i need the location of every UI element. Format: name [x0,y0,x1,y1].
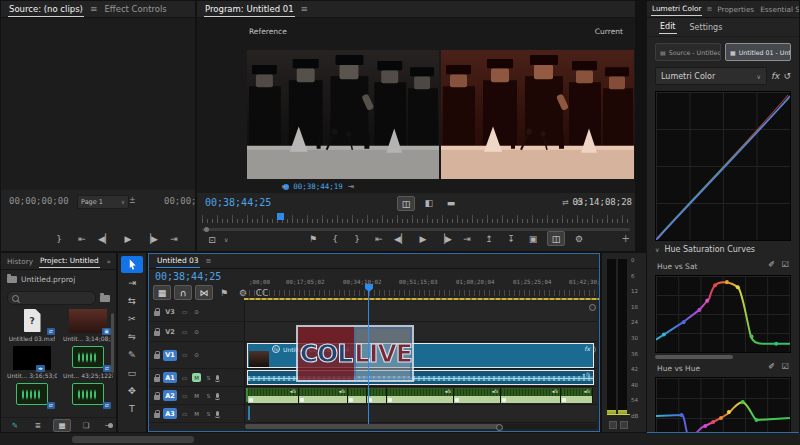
project-file-name[interactable]: Untitled.prproj [21,275,75,284]
reference-frame-video[interactable] [247,50,439,179]
track-lane-v3[interactable] [245,302,597,322]
solo-button[interactable]: S [204,409,213,418]
search-input[interactable] [7,291,96,305]
tab-properties[interactable]: Properties [716,3,755,16]
hue-saturation-curves-header[interactable]: Hue Saturation Curves [664,245,755,254]
program-mini-ruler[interactable] [202,215,630,223]
horizontal-split-view-button[interactable]: ▬ [443,196,459,209]
comparison-view-button[interactable]: ◫ [547,231,565,246]
current-frame-video[interactable] [441,50,634,179]
subtab-edit[interactable]: Edit [659,20,677,34]
go-to-in-button[interactable]: ⇤ [371,232,387,245]
track-select-forward-tool[interactable]: ⇥ [121,274,143,291]
mark-out-button[interactable]: } [51,232,67,245]
rgb-curves-plot[interactable] [655,91,791,241]
mute-button[interactable]: M [192,409,201,418]
play-button[interactable]: ▶ [415,232,431,245]
toggle-track-output-icon[interactable]: ⊙ [192,307,201,316]
pen-tool[interactable]: ✎ [121,346,143,363]
selection-tool[interactable] [121,256,143,273]
timeline-hscrollbar[interactable] [244,424,597,429]
track-label-v2[interactable]: V2 [163,326,177,337]
track-label-a3[interactable]: A3 [163,408,177,419]
project-writable-button[interactable]: ✎ [7,420,23,431]
lock-icon[interactable] [154,413,160,418]
side-by-side-view-button[interactable]: ◫ [397,196,415,211]
type-tool[interactable]: T [121,400,143,417]
source-settings-icon[interactable]: ± [129,196,136,205]
hue-sat-scrollbar[interactable] [655,355,733,359]
project-zoom-slider[interactable] [105,425,110,426]
step-back-button[interactable]: ◀▏ [97,232,113,245]
bottom-scrollbar[interactable] [72,436,194,443]
lumetri-clip-button[interactable]: ▦ Untitled 01 - Untitled... [725,43,791,61]
tab-program[interactable]: Program: Untitled 01 [204,2,295,17]
source-patch-icon[interactable]: ▭ [180,327,189,336]
track-label-v3[interactable]: V3 [163,306,177,317]
razor-tool[interactable]: ✂ [121,310,143,327]
go-to-in-button[interactable]: ⇤ [74,232,90,245]
curve-checkbox-icon[interactable]: ☑ [782,362,789,371]
icon-view-button[interactable]: ▦ [53,419,71,432]
audio-clip-segment[interactable]: ◂fx [561,388,593,403]
project-item-clip[interactable]: ◂▸Untit... 3;16;53;08 [7,346,57,379]
source-patch-icon[interactable]: ▭ [180,391,189,400]
tab-history[interactable]: History [6,255,34,268]
hue-vs-sat-plot[interactable] [655,275,791,353]
list-view-button[interactable]: ≣ [30,420,46,431]
toggle-track-output-icon[interactable]: ⊙ [192,351,201,360]
freeform-view-button[interactable]: ❏ [78,420,94,431]
track-header-v3[interactable]: V3▭⊙ [149,302,244,322]
source-patch-icon[interactable]: ▭ [180,307,189,316]
slip-tool[interactable]: ⇋ [121,328,143,345]
new-bin-icon[interactable] [100,295,110,302]
rectangle-tool[interactable]: ▭ [121,364,143,381]
tab-lumetri-color[interactable]: Lumetri Color [651,2,702,16]
voiceover-record-icon[interactable] [216,411,219,416]
panel-menu-icon[interactable]: ≡ [206,257,212,265]
lock-icon[interactable] [154,311,160,316]
lock-icon[interactable] [154,377,160,382]
project-item-video[interactable]: ▣Untit... 3;14;08;28 [63,309,113,342]
lift-button[interactable]: ↥ [189,232,195,245]
work-area-bar[interactable] [244,298,599,300]
go-to-out-button[interactable]: ⇥ [166,232,182,245]
swap-icon[interactable]: ⇄ [562,198,569,207]
panel-menu-icon[interactable]: ≡ [90,4,98,14]
curve-checkbox-icon[interactable]: ☑ [782,260,789,269]
goto-in-icon[interactable]: ⇤ [282,182,288,191]
zoom-handle[interactable] [589,304,596,311]
add-marker-button[interactable]: ⚑ [305,232,321,245]
track-label-a2[interactable]: A2 [163,390,177,401]
track-label-v1[interactable]: V1 [163,350,177,361]
lock-icon[interactable] [154,331,160,336]
tab-overflow-icon[interactable]: » [107,257,111,266]
hand-tool[interactable]: ✥ [121,382,143,399]
track-header-v1[interactable]: V1▭⊙ [149,342,244,369]
track-label-a1[interactable]: A1 [163,372,177,383]
voiceover-record-icon[interactable] [216,393,219,398]
solo-button[interactable]: S [204,373,213,382]
solo-button[interactable]: S [204,391,213,400]
track-header-v2[interactable]: V2▭⊙ [149,322,244,342]
audio-clip-segment[interactable]: ◂fx [387,388,454,403]
page-selector-dropdown[interactable]: Page 1 ∨ [77,195,129,209]
fit-chevron-icon[interactable]: ∨ [224,236,228,243]
track-lane-a3[interactable] [245,405,597,423]
section-chevron-icon[interactable]: ∨ [655,246,659,253]
project-item-audio[interactable]: ⇄ [63,383,113,407]
lift-button[interactable]: ↥ [481,232,497,245]
reset-effect-icon[interactable]: ↺ [783,71,791,81]
eyedropper-icon[interactable]: ✐ [768,362,775,371]
audio-clip-segment[interactable] [367,388,387,403]
goto-out-icon[interactable]: ⇥ [348,182,354,191]
lumetri-source-button[interactable]: ▤ Source - Untitled ... [655,43,721,61]
step-forward-button[interactable]: ▕▶ [143,232,159,245]
audio-clip-segment[interactable]: ◂fx [501,388,561,403]
lumetri-effect-dropdown[interactable]: Lumetri Color ∨ [655,67,767,85]
toggle-track-output-icon[interactable]: ⊙ [192,327,201,336]
panel-menu-icon[interactable]: ≡ [301,4,309,14]
eyedropper-icon[interactable]: ✐ [768,260,775,269]
timeline-ruler[interactable]: ;00;0000;17;05;0200;34;10;0200;51;15;030… [149,276,599,288]
tab-sequence[interactable]: Untitled 03 [156,254,200,268]
